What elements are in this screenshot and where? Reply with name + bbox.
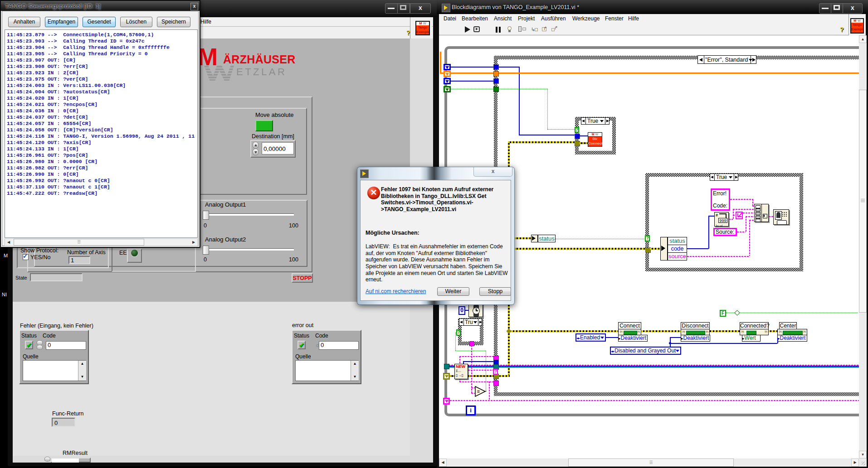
svg-text:=: = xyxy=(477,389,480,394)
